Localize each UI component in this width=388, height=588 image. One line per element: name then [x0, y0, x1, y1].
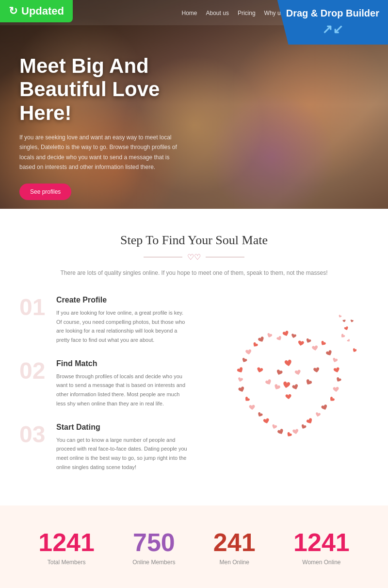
dnd-line2: Builder: [346, 8, 379, 18]
stat-total-label: Total Members: [38, 559, 95, 566]
hero-content: Meet Big And Beautiful Love Here! If you…: [0, 35, 204, 200]
hearts-illustration: .ph { fill: #e74c3c; opacity: 0.85; } .p…: [199, 296, 369, 486]
step-2-title: Find Match: [56, 359, 189, 368]
hero-description: If you are seeking love and want an easy…: [19, 133, 184, 172]
stat-total-members: 1241 Total Members: [38, 530, 95, 566]
refresh-icon: ↻: [9, 5, 17, 17]
see-profiles-button[interactable]: See profiles: [19, 184, 71, 200]
step-3-desc: You can get to know a large number of pe…: [56, 436, 189, 472]
step-2-desc: Browse through profiles of locals and de…: [56, 372, 189, 408]
step-2: 02 Find Match Browse through profiles of…: [19, 359, 189, 408]
step-2-text: Find Match Browse through profiles of lo…: [56, 359, 189, 408]
stat-total-number: 1241: [38, 530, 95, 555]
updated-badge: ↻ Updated: [0, 0, 73, 22]
stat-online-members: 750 Online Members: [132, 530, 175, 566]
step-1-text: Create Profile If you are looking for lo…: [56, 296, 189, 345]
step-1: 01 Create Profile If you are looking for…: [19, 296, 189, 345]
dnd-line1: Drag & Drop: [286, 8, 343, 18]
nav-about[interactable]: About us: [206, 10, 229, 17]
stat-women-online: 1241 Women Online: [293, 530, 350, 566]
stat-men-online: 241 Men Online: [213, 530, 256, 566]
steps-title: Step To Find Your Soul Mate: [0, 233, 388, 248]
steps-content: 01 Create Profile If you are looking for…: [0, 296, 388, 486]
dnd-badge: Drag & Drop Builder ↗↙: [277, 0, 388, 45]
nav-pricing[interactable]: Pricing: [238, 10, 256, 17]
step-3-title: Start Dating: [56, 423, 189, 432]
hero-section: ↻ Updated Drag & Drop Builder ↗↙ 3 Datel…: [0, 0, 388, 209]
step-3: 03 Start Dating You can get to know a la…: [19, 423, 189, 472]
stat-men-number: 241: [213, 530, 256, 555]
updated-label: Updated: [21, 5, 64, 17]
arrows-icon: ↗↙: [286, 21, 379, 38]
step-1-number: 01: [19, 296, 48, 319]
stat-men-label: Men Online: [213, 559, 256, 566]
stat-online-label: Online Members: [132, 559, 175, 566]
step-1-title: Create Profile: [56, 296, 189, 304]
step-2-number: 02: [19, 359, 48, 383]
steps-section: Step To Find Your Soul Mate ♡♡ There are…: [0, 209, 388, 505]
divider-line-left: [144, 257, 182, 257]
steps-subtitle: There are lots of quality singles online…: [0, 269, 388, 276]
stat-women-number: 1241: [293, 530, 350, 555]
stats-section: 1241 Total Members 750 Online Members 24…: [0, 505, 388, 588]
steps-divider: ♡♡: [0, 252, 388, 262]
step-3-text: Start Dating You can get to know a large…: [56, 423, 189, 472]
divider-heart: ♡♡: [187, 252, 201, 262]
nav-home[interactable]: Home: [182, 10, 197, 17]
steps-list: 01 Create Profile If you are looking for…: [19, 296, 189, 486]
hearts-svg: .ph { fill: #e74c3c; opacity: 0.85; } .p…: [211, 313, 356, 469]
hero-title: Meet Big And Beautiful Love Here!: [19, 54, 184, 125]
stat-online-number: 750: [132, 530, 175, 555]
step-3-number: 03: [19, 423, 48, 446]
step-1-desc: If you are looking for love online, a gr…: [56, 308, 189, 345]
stat-women-label: Women Online: [293, 559, 350, 566]
divider-line-right: [206, 257, 244, 257]
